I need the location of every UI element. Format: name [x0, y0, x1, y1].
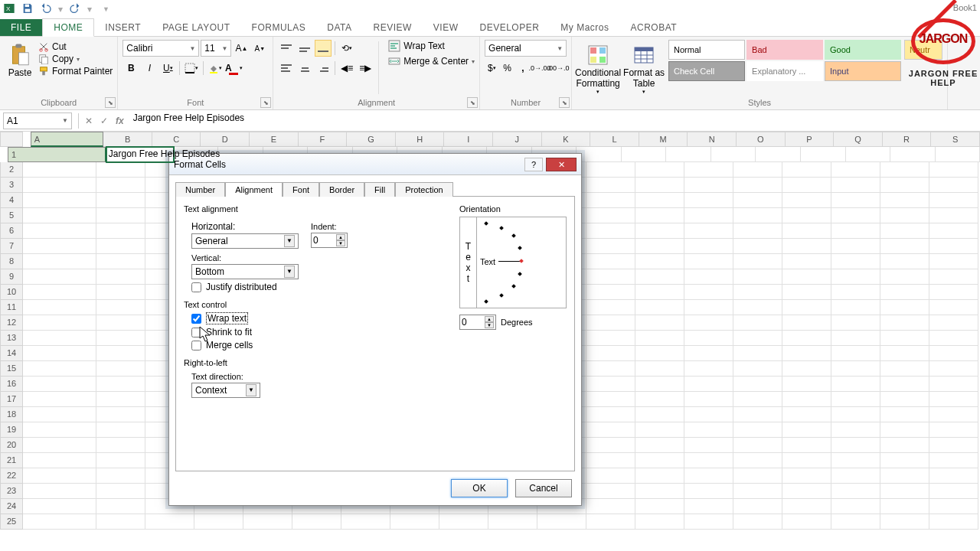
cell[interactable]: [929, 254, 978, 269]
column-header-R[interactable]: R: [883, 132, 932, 147]
cell[interactable]: [782, 361, 831, 377]
cell[interactable]: [929, 285, 978, 300]
cell[interactable]: [586, 514, 635, 530]
dialog-tab-border[interactable]: Border: [319, 182, 364, 197]
cell[interactable]: [684, 178, 733, 193]
cell[interactable]: [23, 239, 96, 254]
cell[interactable]: [733, 331, 782, 346]
cell[interactable]: [684, 453, 733, 468]
border-button[interactable]: ▾: [183, 60, 200, 77]
justify-distributed-checkbox[interactable]: Justify distributed: [191, 282, 452, 292]
cell[interactable]: [733, 392, 782, 407]
row-header[interactable]: 14: [0, 346, 23, 361]
format-painter-button[interactable]: Format Painter: [38, 66, 113, 77]
row-header[interactable]: 9: [0, 269, 23, 285]
cell[interactable]: [439, 514, 488, 530]
cell[interactable]: [635, 315, 684, 331]
column-header-L[interactable]: L: [590, 132, 639, 147]
row-header[interactable]: 16: [0, 377, 23, 392]
cell[interactable]: [929, 438, 978, 453]
dialog-tab-font[interactable]: Font: [283, 182, 319, 197]
cell[interactable]: [936, 147, 980, 162]
cell[interactable]: [831, 269, 880, 285]
cell[interactable]: [635, 377, 684, 392]
cell[interactable]: [684, 269, 733, 285]
paste-button[interactable]: Paste: [5, 40, 35, 96]
cell[interactable]: [96, 377, 145, 392]
tab-my-macros[interactable]: My Macros: [550, 19, 619, 36]
cell[interactable]: [880, 514, 929, 530]
cell[interactable]: [23, 193, 96, 208]
cell[interactable]: [831, 499, 880, 514]
help-button[interactable]: ?: [524, 158, 543, 171]
redo-icon[interactable]: [69, 2, 81, 17]
column-header-Q[interactable]: Q: [834, 132, 883, 147]
cell[interactable]: [23, 468, 96, 484]
cell[interactable]: [635, 208, 684, 223]
cell[interactable]: [96, 239, 145, 254]
row-header[interactable]: 4: [0, 193, 23, 208]
align-bottom-icon[interactable]: [315, 40, 332, 57]
cell[interactable]: [782, 269, 831, 285]
formula-input[interactable]: Jargon Free Help Episodes: [130, 112, 977, 129]
cell[interactable]: [96, 300, 145, 315]
dialog-titlebar[interactable]: Format Cells ? ✕: [169, 154, 581, 175]
cell[interactable]: [635, 193, 684, 208]
align-center-icon[interactable]: [296, 60, 313, 77]
row-header[interactable]: 22: [0, 468, 23, 484]
underline-button[interactable]: U▾: [159, 60, 176, 77]
cell[interactable]: [23, 422, 96, 438]
italic-button[interactable]: I: [141, 60, 158, 77]
tab-review[interactable]: REVIEW: [362, 19, 422, 36]
cell[interactable]: [880, 285, 929, 300]
row-header[interactable]: 10: [0, 285, 23, 300]
cell[interactable]: [782, 285, 831, 300]
tab-formulas[interactable]: FORMULAS: [241, 19, 317, 36]
cell[interactable]: [684, 254, 733, 269]
cell[interactable]: [586, 453, 635, 468]
row-header[interactable]: 13: [0, 331, 23, 346]
cell[interactable]: [880, 223, 929, 239]
cell[interactable]: [929, 361, 978, 377]
align-left-icon[interactable]: [278, 60, 295, 77]
column-header-E[interactable]: E: [250, 132, 299, 147]
cell[interactable]: [929, 223, 978, 239]
cell[interactable]: [96, 407, 145, 422]
cell[interactable]: [23, 223, 96, 239]
cell[interactable]: [96, 285, 145, 300]
cell[interactable]: [733, 285, 782, 300]
column-header-S[interactable]: S: [931, 132, 980, 147]
cell[interactable]: [733, 438, 782, 453]
row-header[interactable]: 21: [0, 453, 23, 468]
cell[interactable]: [782, 239, 831, 254]
cell[interactable]: [684, 331, 733, 346]
vertical-select[interactable]: Bottom▼: [191, 264, 299, 279]
cell[interactable]: [23, 254, 96, 269]
increase-decimal-icon[interactable]: .0→.00: [531, 60, 548, 77]
orientation-control[interactable]: Text Text: [459, 217, 567, 308]
cell[interactable]: [586, 438, 635, 453]
cell[interactable]: [586, 315, 635, 331]
cell[interactable]: [635, 422, 684, 438]
row-header[interactable]: 18: [0, 407, 23, 422]
cell[interactable]: [586, 223, 635, 239]
cell[interactable]: Jargon Free Help Episodes: [106, 147, 174, 162]
cell[interactable]: [733, 377, 782, 392]
cancel-formula-icon[interactable]: ✕: [85, 116, 93, 126]
cell[interactable]: [831, 453, 880, 468]
cell[interactable]: [684, 468, 733, 484]
format-as-table-button[interactable]: Format as Table▾: [622, 40, 665, 96]
cell[interactable]: [586, 499, 635, 514]
cell[interactable]: [635, 331, 684, 346]
cell[interactable]: [684, 346, 733, 361]
cell[interactable]: [488, 514, 537, 530]
cell[interactable]: [635, 239, 684, 254]
cell[interactable]: [929, 453, 978, 468]
cell[interactable]: [782, 453, 831, 468]
cell[interactable]: [586, 346, 635, 361]
cell[interactable]: [782, 468, 831, 484]
cell[interactable]: [929, 407, 978, 422]
text-direction-select[interactable]: Context▼: [191, 383, 260, 398]
cell[interactable]: [586, 269, 635, 285]
cell[interactable]: [586, 193, 635, 208]
